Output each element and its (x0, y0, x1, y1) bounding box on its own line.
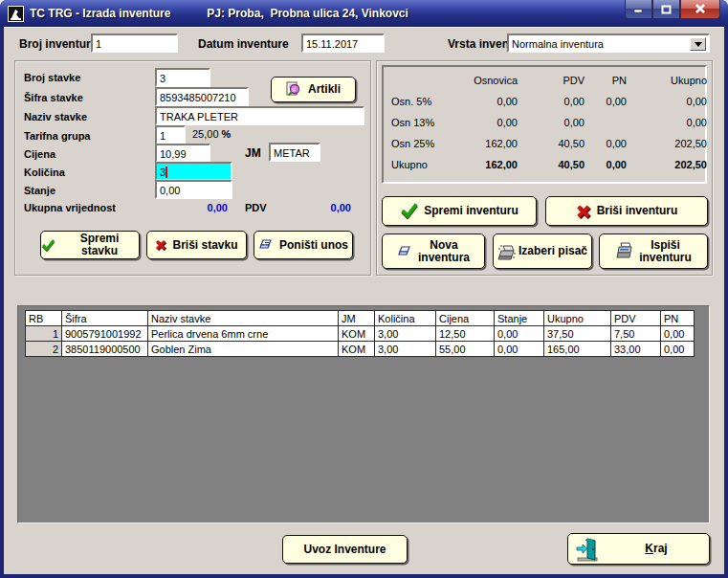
sifra-stavke-label: Šifra stavke (24, 92, 83, 103)
grid-panel: RB Šifra Naziv stavke JM Količina Cijena… (17, 305, 710, 523)
tax-value: 0,00 (585, 96, 627, 109)
nova-line2: inventura (418, 251, 470, 264)
tax-col-ukupno: Ukupno (627, 75, 707, 88)
pdv-label: PDV (245, 202, 267, 213)
window-title: TC TRG - Izrada inventure (30, 7, 170, 20)
dropdown-button[interactable] (690, 37, 706, 51)
col-kolicina: Količina (375, 311, 436, 326)
text-cursor (165, 167, 167, 178)
table-row[interactable]: 1 9005791001992 Perlica drvena 6mm crne … (26, 326, 695, 342)
tax-value: 162,00 (454, 138, 518, 151)
cell-pdv: 7,50 (611, 326, 661, 342)
window-location: PJ: Proba, Probna ulica 24, Vinkovci (207, 7, 408, 20)
tax-value: 0,00 (518, 117, 585, 130)
jm-input[interactable]: METAR (269, 143, 320, 162)
kolicina-input[interactable]: 3 (155, 162, 232, 181)
izaberi-pisac-button[interactable]: Izaberi pisač (493, 233, 592, 269)
cell-kolicina: 3,00 (375, 342, 436, 357)
stanje-input[interactable]: 0,00 (155, 180, 232, 199)
cijena-input[interactable]: 10,99 (155, 144, 210, 163)
maximize-button[interactable] (652, 0, 680, 19)
stanje-label: Stanje (24, 185, 55, 196)
tarifna-grupa-label: Tarifna grupa (24, 130, 90, 142)
chevron-down-icon (695, 42, 702, 47)
sifra-stavke-input[interactable]: 8593485007210 (155, 87, 249, 106)
tax-value: 40,50 (518, 138, 585, 151)
tax-value: 0,00 (627, 117, 707, 130)
cell-pdv: 33,00 (611, 342, 661, 357)
broj-inventure-label: Broj inventure (19, 37, 97, 51)
jm-label: JM (245, 146, 261, 160)
broj-inventure-input[interactable]: 1 (91, 33, 178, 53)
spremi-inventuru-button[interactable]: Spremi inventuru (382, 196, 537, 226)
tax-summary-panel: Osnovica PDV PN Ukupno Osn. 5% 0,00 0,00… (382, 65, 707, 184)
cell-pn: 0,00 (661, 326, 695, 342)
artikli-button[interactable]: Artikli (271, 77, 356, 102)
nova-line1: Nova (430, 238, 457, 252)
naziv-stavke-label: Naziv stavke (24, 111, 87, 122)
cell-rb: 2 (26, 342, 62, 357)
ispisi-inventuru-button[interactable]: Ispiši inventuru (599, 233, 708, 269)
kraj-label: Kraj (604, 543, 709, 555)
cell-ukupno: 165,00 (544, 342, 611, 357)
cell-naziv: Goblen Zima (148, 342, 339, 357)
checkmark-icon (400, 203, 419, 219)
naziv-stavke-input[interactable]: TRAKA PLETER (155, 106, 364, 125)
nova-inventura-button[interactable]: Nova inventura (382, 233, 485, 269)
tax-row-label: Osn. 5% (391, 96, 454, 109)
ispisi-inventuru-label: Ispiši inventuru (639, 239, 692, 264)
col-sifra: Šifra (62, 311, 148, 326)
ukupna-vrijednost-label: Ukupna vrijednost (24, 202, 116, 213)
cell-rb: 1 (26, 326, 62, 342)
tax-value: 0,00 (454, 96, 518, 109)
col-jm: JM (339, 311, 375, 326)
items-table[interactable]: RB Šifra Naziv stavke JM Količina Cijena… (25, 310, 695, 357)
printer-icon (615, 242, 634, 260)
tax-value: 0,00 (454, 117, 518, 130)
delete-x-icon (576, 204, 592, 219)
datum-inventure-input[interactable]: 15.11.2017 (301, 33, 385, 53)
exit-door-icon (576, 537, 599, 562)
tax-row-label: Osn 13% (391, 117, 454, 130)
broj-stavke-input[interactable]: 3 (155, 68, 210, 87)
tarifna-grupa-input[interactable]: 1 (155, 125, 186, 144)
table-header-row: RB Šifra Naziv stavke JM Količina Cijena… (26, 311, 695, 326)
cell-jm: KOM (339, 342, 375, 357)
tax-total-value: 0,00 (585, 159, 627, 172)
uvoz-inventure-button[interactable]: Uvoz Inventure (282, 535, 408, 564)
tax-value: 0,00 (585, 138, 627, 151)
col-cijena: Cijena (436, 311, 495, 326)
col-naziv: Naziv stavke (148, 311, 339, 326)
tax-total-value: 202,50 (627, 159, 707, 172)
izaberi-pisac-label: Izaberi pisač (518, 245, 587, 257)
ponisti-unos-button[interactable]: Poništi unos (254, 231, 353, 259)
brisi-stavku-label: Briši stavku (172, 239, 237, 252)
ispisi-line1: Ispiši (651, 238, 680, 252)
tax-value: 0,00 (518, 96, 585, 109)
ispisi-line2: inventuru (639, 251, 692, 264)
brisi-inventuru-button[interactable]: Briši inventuru (545, 196, 708, 226)
nova-inventura-label: Nova inventura (418, 239, 470, 264)
ukupna-vrijednost-value: 0,00 (174, 202, 228, 213)
spremi-stavku-button[interactable]: Spremi stavku (40, 231, 140, 259)
cell-pn: 0,00 (661, 342, 695, 357)
cell-cijena: 55,00 (436, 342, 495, 357)
col-pn: PN (661, 311, 695, 326)
cijena-label: Cijena (24, 148, 55, 160)
close-button[interactable] (680, 0, 720, 19)
brisi-stavku-button[interactable]: Briši stavku (146, 231, 247, 259)
tax-col-pn: PN (585, 75, 627, 88)
tax-row-label: Osn 25% (391, 138, 454, 151)
eraser-icon (258, 238, 275, 252)
cell-cijena: 12,50 (436, 326, 495, 342)
tax-col-osnovica: Osnovica (454, 75, 518, 88)
col-pdv: PDV (611, 311, 661, 326)
vrsta-inventure-select[interactable]: Normalna inventura (507, 33, 710, 53)
printer-select-icon (497, 242, 517, 261)
table-row[interactable]: 2 3850119000500 Goblen Zima KOM 3,00 55,… (26, 342, 695, 357)
minimize-button[interactable] (625, 0, 652, 19)
kraj-button[interactable]: Kraj (567, 533, 710, 565)
percent-sign: % (222, 128, 232, 140)
tax-total-value: 40,50 (518, 159, 585, 172)
tax-col-pdv: PDV (518, 75, 585, 88)
